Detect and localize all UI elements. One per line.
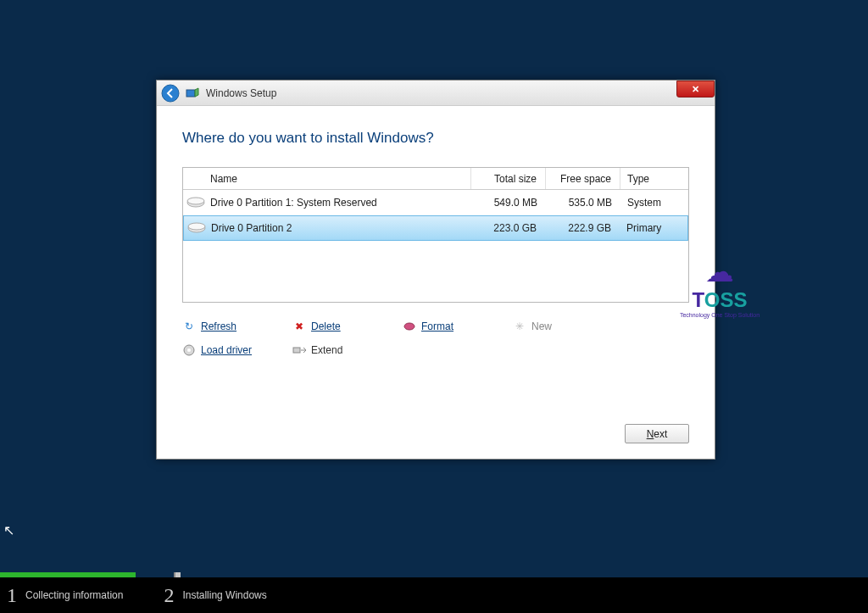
format-icon: [403, 320, 416, 333]
windows-setup-dialog: Windows Setup ✕ Where do you want to ins…: [156, 80, 715, 460]
header-free-space[interactable]: Free space: [546, 168, 620, 189]
drive-icon: [184, 219, 209, 237]
svg-rect-9: [293, 348, 300, 353]
titlebar: Windows Setup ✕: [157, 81, 715, 106]
partition-free: 535.0 MB: [546, 190, 620, 215]
partition-type: Primary: [620, 216, 687, 240]
partition-name: Drive 0 Partition 2: [209, 216, 470, 240]
partition-free: 222.9 GB: [545, 216, 620, 240]
mouse-cursor-icon: ↖: [3, 522, 14, 538]
window-body: Where do you want to install Windows? Na…: [157, 106, 715, 459]
extend-icon: [292, 343, 306, 357]
close-icon: ✕: [692, 84, 699, 95]
load-driver-icon: [182, 343, 196, 357]
delete-action[interactable]: ✖ Delete: [292, 320, 403, 333]
partition-size: 549.0 MB: [471, 190, 546, 215]
header-total-size[interactable]: Total size: [471, 168, 546, 189]
back-button[interactable]: [160, 83, 181, 103]
step-number: 1: [7, 584, 17, 607]
svg-point-0: [162, 85, 179, 102]
step-bar: 1 Collecting information 2 Installing Wi…: [0, 577, 868, 613]
load-driver-action[interactable]: Load driver: [182, 343, 292, 357]
partition-type: System: [620, 190, 688, 215]
svg-point-6: [404, 323, 415, 330]
svg-point-8: [187, 348, 191, 352]
table-row[interactable]: Drive 0 Partition 1: System Reserved 549…: [183, 190, 688, 215]
page-heading: Where do you want to install Windows?: [182, 130, 689, 147]
windows-setup-icon: [186, 86, 201, 101]
step-collecting-information: 1 Collecting information: [7, 584, 123, 607]
header-name[interactable]: Name: [209, 168, 471, 189]
close-button[interactable]: ✕: [676, 81, 715, 98]
partition-actions: ↻ Refresh ✖ Delete Format ✳ New: [182, 320, 689, 357]
partition-size: 223.0 GB: [470, 216, 545, 240]
refresh-icon: ↻: [182, 320, 196, 333]
table-row[interactable]: Drive 0 Partition 2 223.0 GB 222.9 GB Pr…: [183, 215, 688, 241]
refresh-action[interactable]: ↻ Refresh: [182, 320, 292, 333]
format-action[interactable]: Format: [403, 320, 513, 333]
drive-icon: [183, 193, 209, 212]
back-arrow-icon: [161, 84, 180, 103]
extend-action[interactable]: Extend: [292, 343, 403, 357]
step-label: Installing Windows: [182, 589, 266, 601]
header-type[interactable]: Type: [620, 168, 688, 189]
svg-point-3: [187, 198, 204, 204]
next-button[interactable]: Next: [625, 424, 689, 443]
partition-table: Name Total size Free space Type Drive 0 …: [182, 167, 689, 303]
step-number: 2: [164, 584, 174, 607]
new-action[interactable]: ✳ New: [513, 320, 623, 333]
partition-name: Drive 0 Partition 1: System Reserved: [209, 190, 471, 215]
step-installing-windows: 2 Installing Windows: [164, 584, 266, 607]
new-icon: ✳: [513, 320, 526, 333]
svg-point-5: [188, 223, 205, 230]
delete-icon: ✖: [292, 320, 306, 333]
svg-rect-1: [186, 90, 195, 97]
window-title: Windows Setup: [206, 87, 276, 99]
step-label: Collecting information: [25, 589, 123, 601]
table-header: Name Total size Free space Type: [183, 168, 688, 190]
